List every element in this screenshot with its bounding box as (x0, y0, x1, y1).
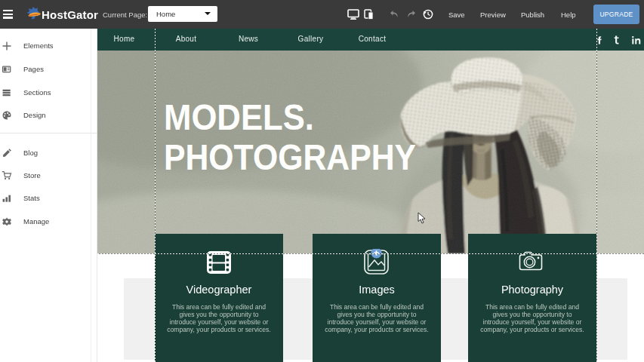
svg-text:MODELS.: MODELS. (164, 97, 314, 137)
svg-text:PHOTOGRAPHY: PHOTOGRAPHY (164, 137, 416, 177)
